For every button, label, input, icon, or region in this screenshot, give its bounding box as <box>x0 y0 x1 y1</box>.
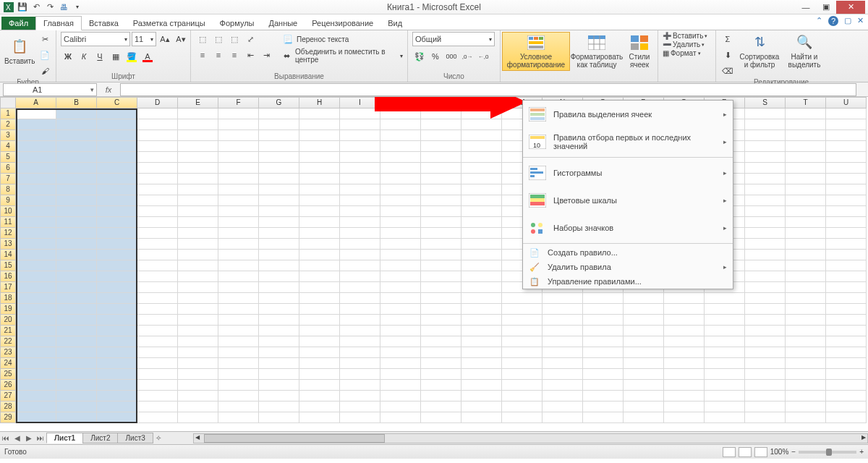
cell[interactable] <box>299 130 340 141</box>
cell[interactable] <box>826 380 867 391</box>
cell[interactable] <box>583 369 624 380</box>
cell[interactable] <box>461 130 502 141</box>
cell[interactable] <box>259 260 299 271</box>
cell[interactable] <box>583 412 624 423</box>
sheet-nav-prev[interactable]: ◀ <box>12 434 23 442</box>
formulas-tab[interactable]: Формулы <box>213 17 262 30</box>
cell[interactable] <box>16 174 56 184</box>
cell[interactable] <box>745 391 786 402</box>
cell[interactable] <box>786 412 826 423</box>
cell[interactable] <box>218 282 259 293</box>
cell[interactable] <box>137 184 178 195</box>
cut-button[interactable]: ✂ <box>38 32 52 46</box>
cell[interactable] <box>299 358 340 369</box>
cell[interactable] <box>826 412 867 423</box>
cell[interactable] <box>826 109 867 119</box>
cell[interactable] <box>16 412 56 423</box>
cell[interactable] <box>299 206 340 217</box>
save-icon[interactable]: 💾 <box>17 1 28 13</box>
increase-font-button[interactable]: A▴ <box>158 32 172 46</box>
cell[interactable] <box>16 293 56 304</box>
cell[interactable] <box>218 380 259 391</box>
cell[interactable] <box>542 326 583 336</box>
cell[interactable] <box>259 412 299 423</box>
column-header-T[interactable]: T <box>786 97 826 109</box>
cell[interactable] <box>461 380 502 391</box>
cell[interactable] <box>56 315 97 326</box>
cell[interactable] <box>137 174 178 184</box>
cell[interactable] <box>542 336 583 347</box>
cell[interactable] <box>745 336 786 347</box>
cell[interactable] <box>16 358 56 369</box>
cell[interactable] <box>259 282 299 293</box>
cell[interactable] <box>826 358 867 369</box>
cell[interactable] <box>16 315 56 326</box>
cell[interactable] <box>502 391 542 402</box>
cell[interactable] <box>137 315 178 326</box>
cell[interactable] <box>421 315 461 326</box>
cell[interactable] <box>461 152 502 163</box>
sheet-nav-last[interactable]: ⏭ <box>35 434 46 442</box>
cell[interactable] <box>421 228 461 239</box>
cell[interactable] <box>502 347 542 358</box>
qat-dropdown-icon[interactable]: ▾ <box>72 1 83 13</box>
cell[interactable] <box>461 206 502 217</box>
row-header-16[interactable]: 16 <box>0 271 16 282</box>
cell[interactable] <box>16 347 56 358</box>
cell[interactable] <box>340 239 380 250</box>
cell[interactable] <box>542 369 583 380</box>
cell[interactable] <box>421 336 461 347</box>
cell[interactable] <box>137 109 178 119</box>
cell[interactable] <box>826 347 867 358</box>
cell[interactable] <box>259 336 299 347</box>
cell[interactable] <box>56 130 97 141</box>
row-header-6[interactable]: 6 <box>0 163 16 174</box>
row-header-11[interactable]: 11 <box>0 217 16 228</box>
cell[interactable] <box>461 217 502 228</box>
cell[interactable] <box>421 347 461 358</box>
cell[interactable] <box>299 250 340 260</box>
cell[interactable] <box>583 326 624 336</box>
cell[interactable] <box>380 336 421 347</box>
maximize-button[interactable]: ▣ <box>816 1 836 14</box>
decrease-decimal-button[interactable]: ←,0 <box>476 49 490 64</box>
close-button[interactable]: ✕ <box>836 1 865 14</box>
cell[interactable] <box>178 282 218 293</box>
cell[interactable] <box>624 293 664 304</box>
cell[interactable] <box>705 380 745 391</box>
cell[interactable] <box>218 293 259 304</box>
cell[interactable] <box>380 260 421 271</box>
cell[interactable] <box>421 195 461 206</box>
cell[interactable] <box>664 358 705 369</box>
cell[interactable] <box>705 293 745 304</box>
cell[interactable] <box>502 369 542 380</box>
cell[interactable] <box>340 271 380 282</box>
cell[interactable] <box>380 293 421 304</box>
cell[interactable] <box>380 250 421 260</box>
cell[interactable] <box>421 282 461 293</box>
cell[interactable] <box>340 347 380 358</box>
cell[interactable] <box>745 347 786 358</box>
fill-button[interactable]: ⬇ <box>720 48 735 62</box>
cell[interactable] <box>502 304 542 315</box>
cell[interactable] <box>542 347 583 358</box>
cell[interactable] <box>542 293 583 304</box>
cell[interactable] <box>786 271 826 282</box>
cell[interactable] <box>421 119 461 130</box>
cell[interactable] <box>380 380 421 391</box>
cell[interactable] <box>421 326 461 336</box>
cell[interactable] <box>218 109 259 119</box>
cell[interactable] <box>786 402 826 412</box>
cell[interactable] <box>826 174 867 184</box>
cell[interactable] <box>299 109 340 119</box>
sheet-nav-next[interactable]: ▶ <box>23 434 35 442</box>
cell[interactable] <box>137 250 178 260</box>
cell[interactable] <box>705 412 745 423</box>
cell[interactable] <box>178 293 218 304</box>
cell[interactable] <box>745 250 786 260</box>
cell[interactable] <box>705 402 745 412</box>
cell[interactable] <box>745 402 786 412</box>
cell[interactable] <box>178 380 218 391</box>
cell[interactable] <box>502 336 542 347</box>
cell[interactable] <box>786 293 826 304</box>
